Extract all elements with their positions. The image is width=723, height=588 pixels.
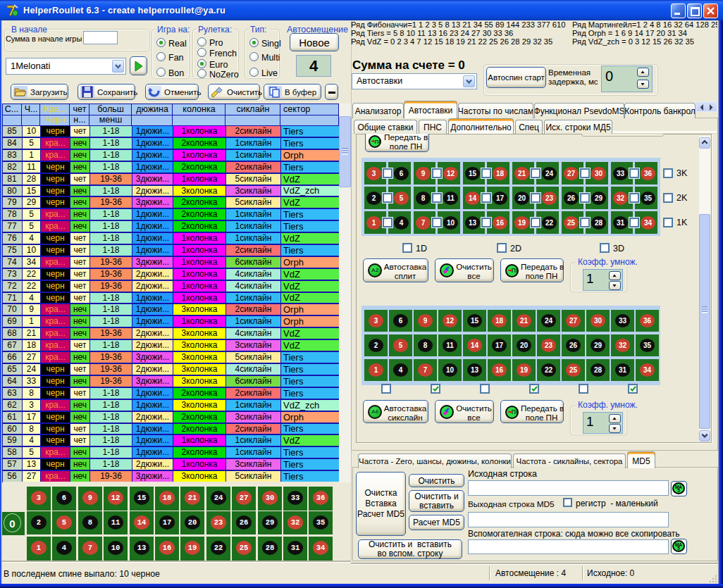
- svg-text:ПН: ПН: [511, 267, 517, 274]
- svg-text:ПН: ПН: [374, 139, 380, 145]
- svg-text:ПН: ПН: [511, 408, 517, 415]
